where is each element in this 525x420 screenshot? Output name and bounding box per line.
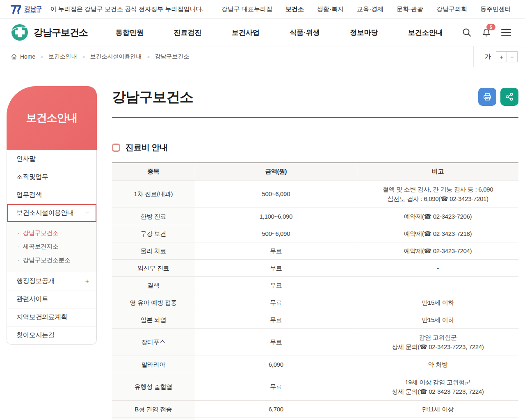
note-cell: 만15세 이하 xyxy=(357,294,518,311)
fee-cell: 6,700 xyxy=(195,400,357,418)
print-button[interactable] xyxy=(478,88,496,106)
utilbar-link[interactable]: 보건소 xyxy=(285,5,304,13)
nav-item[interactable]: 식품·위생 xyxy=(290,28,320,37)
sidebar-item[interactable]: 관련사이트 xyxy=(7,290,96,308)
fee-cell: 무료 xyxy=(195,328,357,356)
nav-item[interactable]: 진료검진 xyxy=(173,28,201,37)
fee-cell: 무료 xyxy=(195,276,357,294)
note-cell: 약 처방 xyxy=(357,356,518,373)
gu-logo-name: 강남구 xyxy=(24,5,42,11)
fee-cell: 무료 xyxy=(195,294,357,311)
font-decrease-button[interactable]: − xyxy=(507,51,518,62)
home-icon xyxy=(11,53,17,60)
sidebar-subitem[interactable]: ·세곡보건지소 xyxy=(7,240,96,253)
nav-item[interactable]: 보건사업 xyxy=(232,28,260,37)
sidebar: 보건소안내 인사말조직및업무업무검색보건소시설이용안내−·강남구보건소·세곡보건… xyxy=(7,86,97,420)
sidebar-item[interactable]: 조직및업무 xyxy=(7,168,96,186)
table-row: 결핵무료 xyxy=(112,276,518,294)
sidebar-item-label: 행정정보공개 xyxy=(16,277,55,285)
note-line: 상세 문의(☎ 02-3423-7223, 7224) xyxy=(361,342,514,352)
utilbar-link[interactable]: 교육·경제 xyxy=(357,5,383,13)
note-line: 심전도 검사 : 6,090(☎ 02-3423-7201) xyxy=(361,194,514,203)
font-size-controls: 가 + − xyxy=(473,46,525,67)
fees-table-header-row: 종목금액(원)비고 xyxy=(112,163,518,180)
content-area: 보건소안내 인사말조직및업무업무검색보건소시설이용안내−·강남구보건소·세곡보건… xyxy=(0,86,525,420)
fee-cell: 500~6,090 xyxy=(195,180,357,208)
fee-cell: 6,090 xyxy=(195,356,357,373)
breadcrumb-item[interactable]: 보건소시설이용안내 xyxy=(90,53,142,60)
utilbar-link[interactable]: 강남구 대표누리집 xyxy=(221,5,272,13)
gangnam-gu-logo[interactable]: 강남구 GANG NAM GU xyxy=(11,5,42,14)
note-line: 상세 문의(☎ 02-3423-7223, 7224) xyxy=(361,387,514,396)
expand-icon[interactable]: + xyxy=(85,277,89,285)
bullet-icon: · xyxy=(17,256,19,264)
family-site-links: 강남구 대표누리집보건소생활·복지교육·경제문화·관광강남구의회동주민센터 xyxy=(221,5,511,13)
breadcrumb-item[interactable]: 보건소안내 xyxy=(48,53,77,60)
search-icon[interactable] xyxy=(462,27,472,37)
fee-cell: 1,100~6,090 xyxy=(195,208,357,225)
header-icons: 5 xyxy=(462,27,511,37)
sidebar-item[interactable]: 보건소시설이용안내− xyxy=(7,204,96,222)
fee-cell: 무료 xyxy=(195,242,357,259)
treatment-cell: B형 간염 접종 xyxy=(112,400,195,418)
sidebar-item[interactable]: 행정정보공개+ xyxy=(7,272,96,290)
breadcrumb-home-label: Home xyxy=(20,53,35,60)
breadcrumb-item[interactable]: 강남구보건소 xyxy=(155,53,189,60)
breadcrumb: Home >보건소안내>보건소시설이용안내>강남구보건소 xyxy=(11,46,473,67)
note-cell: 감염 고위험군상세 문의(☎ 02-3423-7223, 7224) xyxy=(357,328,518,356)
nav-item[interactable]: 정보마당 xyxy=(350,28,378,37)
fees-column-header: 종목 xyxy=(112,163,195,180)
page-title: 강남구보건소 xyxy=(112,88,193,107)
note-cell: 만15세 이하 xyxy=(357,311,518,328)
utilbar-link[interactable]: 동주민센터 xyxy=(480,5,511,13)
fees-section-header: 진료비 안내 xyxy=(112,142,518,153)
treatment-cell: 임산부 진료 xyxy=(112,259,195,276)
nav-item[interactable]: 보건소안내 xyxy=(408,28,443,37)
note-line: 19세 이상 감염 고위험군 xyxy=(361,377,514,387)
treatment-cell: 구강 보건 xyxy=(112,225,195,242)
note-line: 예약제(☎ 02-3423-7206) xyxy=(361,212,514,221)
breadcrumb-home[interactable]: Home xyxy=(11,53,35,60)
note-cell: 예약제(☎ 02-3423-7204) xyxy=(357,242,518,259)
fee-cell: 무료 xyxy=(195,311,357,328)
utility-bar: 강남구 GANG NAM GU 이 누리집은 강남구 보건소 공식 전자정부 누… xyxy=(0,0,525,19)
breadcrumb-separator-icon: > xyxy=(40,54,43,60)
note-cell: 혈액 및 소변 검사, 간 기능 검사 등 : 6,090심전도 검사 : 6,… xyxy=(357,180,518,208)
utilbar-link[interactable]: 강남구의회 xyxy=(436,5,467,13)
sidebar-item[interactable]: 업무검색 xyxy=(7,186,96,204)
official-site-notice: 이 누리집은 강남구 보건소 공식 전자정부 누리집입니다. xyxy=(50,5,204,13)
sidebar-item[interactable]: 인사말 xyxy=(7,150,96,168)
note-line: 혈액 및 소변 검사, 간 기능 검사 등 : 6,090 xyxy=(361,185,514,194)
title-divider xyxy=(112,117,518,118)
treatment-cell: 결핵 xyxy=(112,276,195,294)
table-row: 한방 진료1,100~6,090예약제(☎ 02-3423-7206) xyxy=(112,208,518,225)
sidebar-item[interactable]: 지역보건의료계획 xyxy=(7,308,96,326)
table-row: 유행성 출혈열무료19세 이상 감염 고위험군상세 문의(☎ 02-3423-7… xyxy=(112,373,518,400)
fee-cell: 무료 xyxy=(195,259,357,276)
note-line: 예약제(☎ 02-3423-7204) xyxy=(361,246,514,256)
sidebar-subitem[interactable]: ·강남구보건소 xyxy=(7,226,96,240)
sidebar-subitem[interactable]: ·강남구보건소분소 xyxy=(7,253,96,267)
note-cell: 만11세 이상 xyxy=(357,400,518,418)
utilbar-link[interactable]: 생활·복지 xyxy=(317,5,344,13)
table-row: B형 간염 접종6,700만11세 이상 xyxy=(112,400,518,418)
nav-item[interactable]: 통합민원 xyxy=(116,28,144,37)
note-line: 만11세 이상 xyxy=(361,404,514,414)
utilbar-link[interactable]: 문화·관광 xyxy=(397,5,423,13)
font-increase-button[interactable]: + xyxy=(496,51,507,62)
menu-hamburger-icon[interactable] xyxy=(501,29,511,36)
table-row: 임산부 진료무료- xyxy=(112,259,518,276)
sidebar-subitem-label: 강남구보건소 xyxy=(23,229,59,237)
fee-cell: 500~6,090 xyxy=(195,225,357,242)
main-navigation: 통합민원진료검진보건사업식품·위생정보마당보건소안내 xyxy=(116,28,443,37)
site-logo[interactable]: 강남구보건소 xyxy=(11,23,104,41)
note-line: 감염 고위험군 xyxy=(361,333,514,342)
collapse-icon[interactable]: − xyxy=(85,209,89,217)
sidebar-item-label: 업무검색 xyxy=(16,191,42,199)
site-header: 강남구보건소 통합민원진료검진보건사업식품·위생정보마당보건소안내 5 xyxy=(0,19,525,46)
sidebar-item[interactable]: 찾아오시는길 xyxy=(7,326,96,344)
sidebar-title: 보건소안내 xyxy=(26,111,78,125)
notification-bell-icon[interactable]: 5 xyxy=(482,27,491,37)
sidebar-item-label: 지역보건의료계획 xyxy=(16,313,67,322)
share-button[interactable] xyxy=(500,88,518,106)
